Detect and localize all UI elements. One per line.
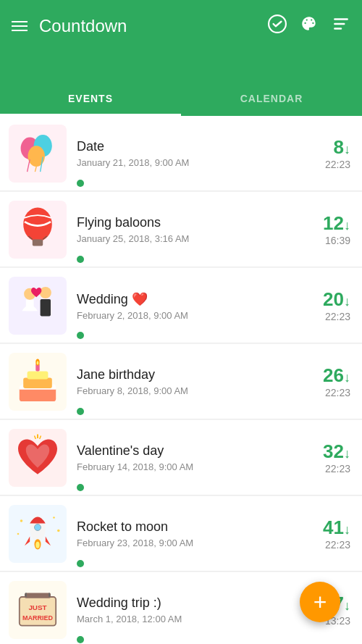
hamburger-menu-icon[interactable] [12,21,28,31]
event-dot [77,560,84,567]
event-countdown: 26↓ 22:23 [300,365,350,399]
event-info: Wedding ❤️ February 2, 2018, 9:00 AM [77,291,300,321]
event-info: Jane birthday February 8, 2018, 9:00 AM [77,367,300,396]
svg-point-33 [17,533,20,535]
event-date: January 25, 2018, 3:16 AM [77,233,300,244]
event-thumbnail [9,125,67,183]
sort-icon[interactable] [332,14,350,38]
list-item[interactable]: Valentine's day February 14, 2018, 9:00 … [0,420,362,495]
event-countdown: 12↓ 16:39 [300,213,350,247]
countdown-days: 32↓ [323,441,350,462]
event-countdown: 41↓ 22:23 [300,517,350,551]
header-actions [268,14,350,38]
check-icon[interactable] [268,14,287,38]
event-list: Date January 21, 2018, 9:00 AM 8↓ 22:23 … [0,116,362,644]
event-date: February 14, 2018, 9:00 AM [77,461,300,472]
event-name: Valentine's day [77,443,300,459]
event-thumbnail: JUST MARRIED [9,581,67,639]
list-item[interactable]: Wedding ❤️ February 2, 2018, 9:00 AM 20↓… [0,268,362,343]
app-header: Countdown [0,0,362,81]
svg-text:MARRIED: MARRIED [22,614,53,622]
event-thumbnail [9,201,67,259]
countdown-time: 22:23 [325,539,350,551]
event-thumbnail [9,429,67,487]
countdown-days: 26↓ [323,365,350,386]
svg-point-31 [20,519,23,522]
event-thumbnail [9,277,67,335]
list-item[interactable]: Jane birthday February 8, 2018, 9:00 AM … [0,344,362,419]
svg-point-6 [28,146,45,167]
svg-rect-17 [26,300,34,311]
event-dot [77,332,84,339]
event-info: Valentine's day February 14, 2018, 9:00 … [77,443,300,472]
event-dot [77,636,84,643]
countdown-time: 16:39 [325,235,350,246]
svg-point-30 [35,542,39,548]
event-info: Rocket to moon February 23, 2018, 9:00 A… [77,519,300,548]
event-date: February 2, 2018, 9:00 AM [77,310,300,321]
svg-rect-11 [33,240,43,246]
add-event-button[interactable]: + [300,582,340,622]
event-dot [77,408,84,415]
svg-rect-20 [28,372,49,380]
event-date: January 21, 2018, 9:00 AM [77,157,300,168]
event-info: Flying baloons January 25, 2018, 3:16 AM [77,215,300,244]
svg-rect-15 [41,299,51,316]
event-dot [77,256,84,263]
svg-point-23 [37,361,39,364]
event-dot [77,484,84,491]
countdown-days: 8↓ [334,137,350,158]
event-name: Jane birthday [77,367,300,382]
list-item[interactable]: Flying baloons January 25, 2018, 3:16 AM… [0,192,362,267]
svg-line-7 [28,159,30,172]
event-name: Wedding ❤️ [77,291,300,307]
svg-point-34 [57,530,60,532]
event-countdown: 8↓ 22:23 [300,137,350,171]
countdown-days: 41↓ [323,517,350,538]
event-dot [77,180,84,187]
event-name: Rocket to moon [77,519,300,535]
countdown-time: 22:23 [325,387,350,398]
countdown-days: 12↓ [323,213,350,234]
tab-calendar[interactable]: CALENDAR [181,81,362,116]
list-item[interactable]: Rocket to moon February 23, 2018, 9:00 A… [0,496,362,572]
countdown-time: 22:23 [325,311,350,322]
app-title: Countdown [39,16,256,36]
svg-line-25 [35,435,36,439]
event-date: February 23, 2018, 9:00 AM [77,538,300,548]
event-date: February 8, 2018, 9:00 AM [77,385,300,396]
event-thumbnail [9,353,67,411]
svg-text:JUST: JUST [28,603,46,611]
countdown-days: 20↓ [323,289,350,310]
event-name: Flying baloons [77,215,300,230]
event-date: March 1, 2018, 12:00 AM [77,614,300,624]
palette-icon[interactable] [300,14,319,38]
svg-point-28 [35,524,41,531]
list-item[interactable]: Date January 21, 2018, 9:00 AM 8↓ 22:23 [0,116,362,191]
event-info: Date January 21, 2018, 9:00 AM [77,139,300,168]
svg-rect-36 [25,593,51,598]
svg-line-26 [40,435,41,439]
svg-point-32 [53,517,55,519]
event-info: Wedding trip :) March 1, 2018, 12:00 AM [77,595,300,624]
tab-events[interactable]: EVENTS [0,81,181,116]
event-countdown: 20↓ 22:23 [300,289,350,323]
event-name: Date [77,139,300,154]
countdown-time: 22:23 [325,159,350,170]
tab-bar: EVENTS CALENDAR [0,81,362,116]
event-thumbnail [9,505,67,563]
countdown-time: 22:23 [325,463,350,474]
svg-line-9 [35,167,36,172]
svg-rect-19 [23,378,52,388]
event-countdown: 32↓ 22:23 [300,441,350,475]
event-name: Wedding trip :) [77,595,300,611]
svg-point-14 [40,287,51,298]
